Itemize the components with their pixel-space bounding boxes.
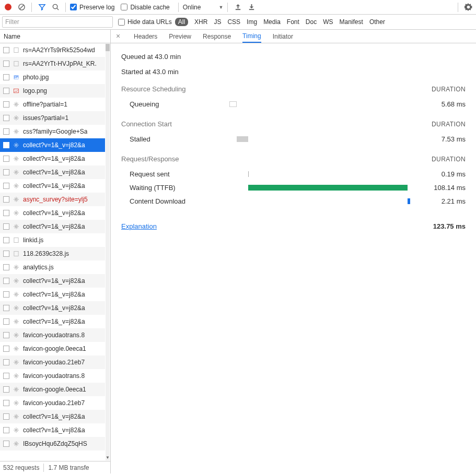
row-checkbox[interactable] xyxy=(3,332,9,338)
close-button[interactable]: × xyxy=(114,32,122,41)
scroll-thumb[interactable] xyxy=(106,44,110,51)
type-filter-js[interactable]: JS xyxy=(214,18,221,26)
row-checkbox[interactable] xyxy=(3,386,9,393)
disable-cache-input[interactable] xyxy=(121,4,127,10)
row-checkbox[interactable] xyxy=(3,413,9,420)
row-checkbox[interactable] xyxy=(3,373,9,379)
type-filter-css[interactable]: CSS xyxy=(227,18,240,26)
type-filter-doc[interactable]: Doc xyxy=(306,18,317,26)
request-row[interactable]: favicon-youdaotrans.8 xyxy=(0,328,105,342)
row-checkbox[interactable] xyxy=(3,128,9,135)
row-checkbox[interactable] xyxy=(3,169,9,175)
request-row[interactable]: collect?v=1&_v=j82&a xyxy=(0,274,105,288)
row-checkbox[interactable] xyxy=(3,278,9,284)
scroll-down-icon[interactable]: ▼ xyxy=(106,455,110,460)
disable-cache-checkbox[interactable]: Disable cache xyxy=(121,4,169,11)
request-row[interactable]: logo.png xyxy=(0,84,105,98)
row-checkbox[interactable] xyxy=(3,74,9,80)
request-row[interactable]: favicon-google.0eeca1 xyxy=(0,383,105,396)
request-row[interactable]: collect?v=1&_v=j82&a xyxy=(0,410,105,423)
type-filter-font[interactable]: Font xyxy=(287,18,299,26)
row-checkbox[interactable] xyxy=(3,237,9,243)
clear-button[interactable] xyxy=(16,2,27,13)
request-row[interactable]: favicon-youdao.21eb7 xyxy=(0,396,105,410)
tab-response[interactable]: Response xyxy=(203,31,231,42)
row-checkbox[interactable] xyxy=(3,223,9,230)
row-checkbox[interactable] xyxy=(3,183,9,189)
request-row[interactable]: analytics.js xyxy=(0,260,105,274)
request-row[interactable]: favicon-youdaotrans.8 xyxy=(0,369,105,383)
row-checkbox[interactable] xyxy=(3,210,9,216)
search-button[interactable] xyxy=(50,2,61,13)
request-row[interactable]: issues?partial=1 xyxy=(0,111,105,125)
row-checkbox[interactable] xyxy=(3,61,9,67)
filter-input[interactable] xyxy=(2,16,113,28)
record-button[interactable] xyxy=(2,2,14,13)
row-checkbox[interactable] xyxy=(3,291,9,298)
request-row[interactable]: favicon-google.0eeca1 xyxy=(0,342,105,355)
tab-headers[interactable]: Headers xyxy=(134,31,157,42)
row-checkbox[interactable] xyxy=(3,359,9,365)
request-row[interactable]: css?family=Google+Sa xyxy=(0,125,105,138)
row-checkbox[interactable] xyxy=(3,156,9,162)
hide-data-urls-checkbox[interactable]: Hide data URLs xyxy=(118,18,172,26)
timing-label: Content Download xyxy=(121,197,228,205)
request-row[interactable]: collect?v=1&_v=j82&a xyxy=(0,152,105,165)
upload-har-button[interactable] xyxy=(232,2,243,13)
request-row[interactable]: 118.2639c328.js xyxy=(0,247,105,260)
preserve-log-input[interactable] xyxy=(70,4,77,10)
request-row[interactable]: collect?v=1&_v=j82&a xyxy=(0,138,105,152)
download-har-button[interactable] xyxy=(246,2,257,13)
request-row[interactable]: collect?v=1&_v=j82&a xyxy=(0,220,105,233)
type-filter-other[interactable]: Other xyxy=(369,18,385,26)
type-filter-img[interactable]: Img xyxy=(247,18,257,26)
row-checkbox[interactable] xyxy=(3,88,9,94)
row-checkbox[interactable] xyxy=(3,142,9,148)
type-filter-all[interactable]: All xyxy=(175,18,188,26)
type-filter-ws[interactable]: WS xyxy=(323,18,333,26)
row-checkbox[interactable] xyxy=(3,400,9,406)
request-row[interactable]: collect?v=1&_v=j82&a xyxy=(0,165,105,179)
request-row[interactable]: collect?v=1&_v=j82&a xyxy=(0,206,105,220)
request-row[interactable]: collect?v=1&_v=j82&a xyxy=(0,179,105,193)
gear-icon xyxy=(13,141,20,149)
row-checkbox[interactable] xyxy=(3,115,9,121)
tab-preview[interactable]: Preview xyxy=(169,31,191,42)
tab-timing[interactable]: Timing xyxy=(242,30,261,43)
row-checkbox[interactable] xyxy=(3,196,9,203)
type-filter-manifest[interactable]: Manifest xyxy=(340,18,363,26)
svg-rect-5 xyxy=(249,9,254,10)
request-row[interactable]: async_survey?site=ylj5 xyxy=(0,193,105,206)
request-row[interactable]: photo.jpg xyxy=(0,70,105,84)
preserve-log-checkbox[interactable]: Preserve log xyxy=(70,4,114,11)
settings-button[interactable] xyxy=(462,2,474,13)
tab-initiator[interactable]: Initiator xyxy=(273,31,293,42)
row-checkbox[interactable] xyxy=(3,305,9,311)
throttling-select[interactable]: Online ▼ xyxy=(183,4,224,11)
row-checkbox[interactable] xyxy=(3,346,9,352)
request-row[interactable]: favicon-youdao.21eb7 xyxy=(0,355,105,369)
row-checkbox[interactable] xyxy=(3,251,9,257)
scrollbar[interactable]: ▼ xyxy=(106,44,110,460)
type-filter-xhr[interactable]: XHR xyxy=(194,18,207,26)
request-row[interactable]: rs=AA2YrTt-HVJpPAt_KR. xyxy=(0,57,105,70)
row-checkbox[interactable] xyxy=(3,47,9,53)
request-row[interactable]: IBsoycHqu6ZdqZ5qHS xyxy=(0,437,105,451)
row-checkbox[interactable] xyxy=(3,427,9,433)
filter-toggle[interactable] xyxy=(36,2,48,13)
request-row[interactable]: collect?v=1&_v=j82&a xyxy=(0,423,105,437)
request-row[interactable]: rs=AA2YrTs9rRk525o4wd xyxy=(0,43,105,57)
row-checkbox[interactable] xyxy=(3,264,9,270)
row-checkbox[interactable] xyxy=(3,441,9,447)
request-row[interactable]: collect?v=1&_v=j82&a xyxy=(0,288,105,301)
hide-data-urls-input[interactable] xyxy=(118,19,125,26)
row-checkbox[interactable] xyxy=(3,318,9,325)
explanation-link[interactable]: Explanation xyxy=(121,222,157,230)
request-row[interactable]: collect?v=1&_v=j82&a xyxy=(0,301,105,315)
row-checkbox[interactable] xyxy=(3,101,9,108)
request-row[interactable]: linkid.js xyxy=(0,233,105,247)
name-column-header[interactable]: Name xyxy=(0,30,110,43)
request-row[interactable]: collect?v=1&_v=j82&a xyxy=(0,315,105,328)
request-row[interactable]: offline?partial=1 xyxy=(0,98,105,111)
type-filter-media[interactable]: Media xyxy=(263,18,281,26)
